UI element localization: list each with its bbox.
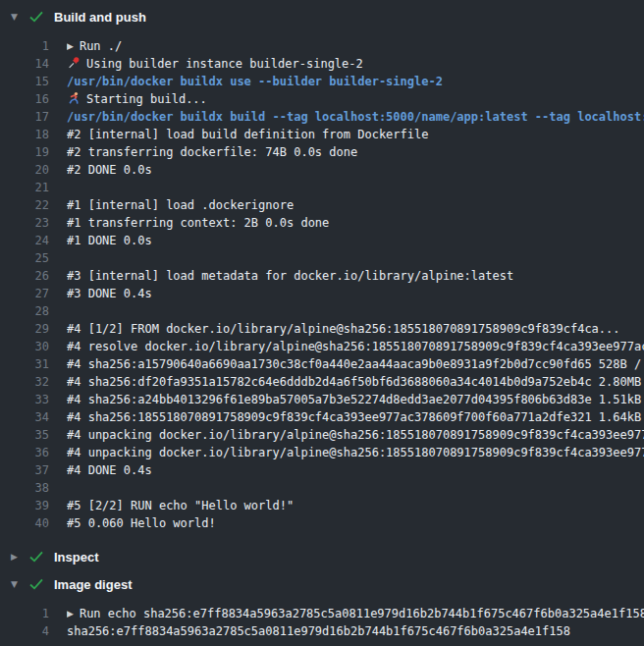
log-line: 26#3 [internal] load metadata for docker…: [0, 267, 644, 285]
line-number[interactable]: 23: [0, 214, 49, 232]
line-text: #4 sha256:185518070891758909c9f839cf4ca3…: [67, 410, 644, 424]
line-number[interactable]: 31: [0, 355, 49, 373]
log-line-text: #4 sha256:df20fa9351a15782c64e6dddb2d4a6…: [67, 373, 644, 391]
command-line-text: /usr/bin/docker buildx use --builder bui…: [67, 73, 644, 90]
log-lines: 1▶Run echo sha256:e7ff8834a5963a2785c5a0…: [0, 605, 644, 640]
line-text: /usr/bin/docker buildx build --tag local…: [67, 110, 644, 124]
log-line: 32#4 sha256:df20fa9351a15782c64e6dddb2d4…: [0, 373, 644, 391]
log-line: 23#1 transferring context: 2B 0.0s done: [0, 214, 644, 232]
log-line-text: #3 DONE 0.4s: [67, 285, 644, 302]
log-line-text: #1 DONE 0.0s: [67, 232, 644, 249]
log-line-text: #3 [internal] load metadata for docker.i…: [67, 267, 644, 285]
line-number[interactable]: 35: [0, 426, 49, 444]
line-text: Using builder instance builder-single-2: [86, 57, 363, 71]
workflow-log-viewer: ▼Build and push1▶Run ./14Using builder i…: [0, 0, 644, 640]
line-number[interactable]: 33: [0, 391, 49, 408]
line-number[interactable]: 21: [0, 179, 49, 196]
log-line: 27#3 DONE 0.4s: [0, 285, 644, 302]
chevron-down-icon[interactable]: ▼: [11, 580, 29, 589]
log-line-text: #4 sha256:a24bb4013296f61e89ba57005a7b3e…: [67, 391, 644, 408]
line-number[interactable]: 29: [0, 320, 49, 338]
line-text: #4 unpacking docker.io/library/alpine@sh…: [67, 428, 644, 442]
line-number[interactable]: 16: [0, 90, 49, 108]
log-line: 31#4 sha256:a15790640a6690aa1730c38cf0a4…: [0, 355, 644, 373]
chevron-right-icon[interactable]: ▶: [11, 553, 29, 562]
log-line: 16Starting build...: [0, 90, 644, 108]
line-number[interactable]: 19: [0, 143, 49, 161]
log-line: 1▶Run echo sha256:e7ff8834a5963a2785c5a0…: [0, 605, 644, 622]
log-line: 35#4 unpacking docker.io/library/alpine@…: [0, 426, 644, 444]
line-number[interactable]: 4: [0, 622, 49, 640]
log-line-text: ▶Run ./: [67, 37, 644, 55]
line-text: #4 [1/2] FROM docker.io/library/alpine@s…: [67, 322, 620, 336]
line-number[interactable]: 14: [0, 55, 49, 73]
line-number[interactable]: 27: [0, 285, 49, 302]
expand-run-icon[interactable]: ▶: [67, 605, 74, 622]
command-line-text: /usr/bin/docker buildx build --tag local…: [67, 108, 644, 126]
log-line-text: #4 [1/2] FROM docker.io/library/alpine@s…: [67, 320, 644, 338]
log-section-build-and-push: ▼Build and push1▶Run ./14Using builder i…: [0, 3, 644, 532]
log-line: 39#5 [2/2] RUN echo "Hello world!": [0, 497, 644, 514]
line-number[interactable]: 15: [0, 73, 49, 90]
log-line-text: [67, 479, 644, 497]
line-number[interactable]: 1: [0, 605, 49, 622]
log-line: 15/usr/bin/docker buildx use --builder b…: [0, 73, 644, 90]
log-line-text: #4 resolve docker.io/library/alpine@sha2…: [67, 338, 644, 355]
section-header-inspect[interactable]: ▶Inspect: [0, 543, 644, 570]
line-number[interactable]: 32: [0, 373, 49, 391]
runner-icon: [67, 91, 80, 105]
line-text: #4 sha256:df20fa9351a15782c64e6dddb2d4a6…: [67, 375, 644, 389]
line-text: Run ./: [80, 39, 122, 53]
log-section-inspect: ▶Inspect: [0, 543, 644, 570]
line-number[interactable]: 22: [0, 196, 49, 214]
log-line: 30#4 resolve docker.io/library/alpine@sh…: [0, 338, 644, 355]
line-text: #3 [internal] load metadata for docker.i…: [67, 269, 513, 283]
line-text: Run echo sha256:e7ff8834a5963a2785c5a081…: [80, 607, 644, 620]
log-line-text: #5 0.060 Hello world!: [67, 514, 644, 532]
line-text: #4 sha256:a24bb4013296f61e89ba57005a7b3e…: [67, 393, 644, 406]
log-line: 40#5 0.060 Hello world!: [0, 514, 644, 532]
line-number[interactable]: 17: [0, 108, 49, 126]
line-number[interactable]: 30: [0, 338, 49, 355]
log-line-text: #4 DONE 0.4s: [67, 461, 644, 479]
log-line-text: #4 unpacking docker.io/library/alpine@sh…: [67, 426, 644, 444]
line-number[interactable]: 40: [0, 514, 49, 532]
log-line: 24#1 DONE 0.0s: [0, 232, 644, 249]
log-line: 38: [0, 479, 644, 497]
line-text: #1 DONE 0.0s: [67, 234, 152, 247]
line-number[interactable]: 28: [0, 302, 49, 320]
line-number[interactable]: 34: [0, 408, 49, 426]
line-number[interactable]: 18: [0, 126, 49, 143]
line-text: #4 sha256:a15790640a6690aa1730c38cf0a440…: [67, 357, 644, 371]
log-line-text: #2 transferring dockerfile: 74B 0.0s don…: [67, 143, 644, 161]
line-number[interactable]: 26: [0, 267, 49, 285]
log-line-text: Using builder instance builder-single-2: [67, 55, 644, 73]
log-line: 4sha256:e7ff8834a5963a2785c5a0811e979d16…: [0, 622, 644, 640]
log-line-text: #1 transferring context: 2B 0.0s done: [67, 214, 644, 232]
line-text: #5 [2/2] RUN echo "Hello world!": [67, 499, 294, 512]
line-text: #1 [internal] load .dockerignore: [67, 198, 294, 212]
log-line-text: #4 sha256:185518070891758909c9f839cf4ca3…: [67, 408, 644, 426]
success-check-icon: [29, 578, 54, 590]
line-number[interactable]: 39: [0, 497, 49, 514]
log-section-image-digest: ▼Image digest1▶Run echo sha256:e7ff8834a…: [0, 570, 644, 640]
expand-run-icon[interactable]: ▶: [67, 37, 74, 55]
section-header-build-and-push[interactable]: ▼Build and push: [0, 3, 644, 30]
line-number[interactable]: 1: [0, 37, 49, 55]
log-line: 33#4 sha256:a24bb4013296f61e89ba57005a7b…: [0, 391, 644, 408]
line-number[interactable]: 36: [0, 444, 49, 461]
log-line: 19#2 transferring dockerfile: 74B 0.0s d…: [0, 143, 644, 161]
chevron-down-icon[interactable]: ▼: [11, 13, 29, 22]
section-header-image-digest[interactable]: ▼Image digest: [0, 570, 644, 598]
line-number[interactable]: 38: [0, 479, 49, 497]
log-line: 34#4 sha256:185518070891758909c9f839cf4c…: [0, 408, 644, 426]
section-title: Build and push: [54, 10, 146, 25]
log-line-text: [67, 179, 644, 196]
line-text: #2 DONE 0.0s: [67, 163, 152, 177]
line-text: sha256:e7ff8834a5963a2785c5a0811e979d16b…: [67, 624, 570, 638]
line-number[interactable]: 25: [0, 249, 49, 267]
line-number[interactable]: 37: [0, 461, 49, 479]
line-number[interactable]: 24: [0, 232, 49, 249]
line-text: #4 resolve docker.io/library/alpine@sha2…: [67, 340, 644, 353]
line-number[interactable]: 20: [0, 161, 49, 179]
